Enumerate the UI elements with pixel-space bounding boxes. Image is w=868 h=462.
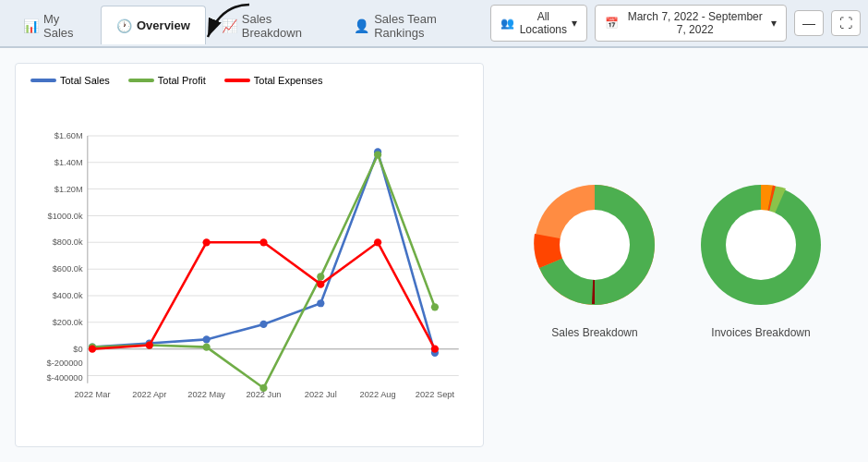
date-range-button[interactable]: 📅 March 7, 2022 - September 7, 2022 ▾ [595,5,787,42]
donuts-row: Sales Breakdown Invoices Breakdown [502,63,853,447]
sales-breakdown-label: Sales Breakdown [551,326,637,339]
toolbar: 👥 All Locations ▾ 📅 March 7, 2022 - Sept… [490,5,861,42]
invoices-breakdown-donut [687,171,835,319]
svg-text:$1.40M: $1.40M [54,158,83,167]
minus-icon: — [802,16,815,30]
svg-text:$1000.0k: $1000.0k [48,212,83,221]
donuts-area: Sales Breakdown Invoices Breakdown [502,63,853,447]
svg-point-45 [89,346,96,353]
svg-text:2022 Apr: 2022 Apr [132,390,166,399]
svg-point-41 [259,384,267,392]
expand-button[interactable]: ⛶ [831,10,861,36]
legend-color-sales [30,79,56,82]
svg-text:$-400000: $-400000 [47,373,83,383]
svg-point-42 [317,273,324,280]
svg-point-50 [374,238,381,246]
location-dropdown-icon: ▾ [572,17,577,30]
tab-bar: 📊 My Sales 🕐 Overview 📈 Sales Breakdown … [0,0,868,48]
svg-text:$1.20M: $1.20M [54,185,83,194]
svg-text:2022 Mar: 2022 Mar [74,390,110,399]
legend-total-expenses: Total Expenses [224,75,323,86]
tab-my-sales[interactable]: 📊 My Sales [7,6,101,44]
svg-text:2022 May: 2022 May [187,390,225,399]
tab-sales-breakdown-label: Sales Breakdown [242,12,322,40]
svg-text:$600.0k: $600.0k [53,264,83,274]
person-icon: 👤 [354,18,369,33]
svg-point-47 [203,238,211,246]
svg-point-34 [259,321,267,328]
svg-text:$1.60M: $1.60M [54,131,83,140]
svg-text:$-200000: $-200000 [47,359,83,368]
svg-point-53 [560,210,630,280]
svg-text:2022 Sept: 2022 Sept [416,390,455,399]
sales-breakdown-donut [521,171,669,319]
svg-point-44 [431,303,439,310]
location-filter-button[interactable]: 👥 All Locations ▾ [490,5,587,42]
bar-chart-icon: 📊 [23,18,39,33]
legend-total-profit: Total Profit [128,75,206,86]
legend-label-expenses: Total Expenses [254,75,323,86]
svg-point-49 [317,281,324,288]
tab-sales-breakdown[interactable]: 📈 Sales Breakdown [206,6,338,44]
date-dropdown-icon: ▾ [771,17,777,30]
sales-breakdown-donut-container: Sales Breakdown [521,171,669,339]
line-chart-area: Total Sales Total Profit Total Expenses [15,63,484,447]
invoices-breakdown-donut-container: Invoices Breakdown [687,171,835,339]
svg-point-43 [374,151,381,158]
svg-point-35 [317,299,324,307]
location-label: All Locations [519,10,567,36]
svg-point-40 [203,344,211,351]
minimize-button[interactable]: — [794,10,824,36]
calendar-icon: 📅 [605,17,619,30]
invoices-breakdown-label: Invoices Breakdown [711,326,810,339]
legend-total-sales: Total Sales [30,75,110,86]
tab-overview[interactable]: 🕐 Overview [101,6,206,44]
chart-legend: Total Sales Total Profit Total Expenses [30,75,468,86]
svg-point-55 [726,210,796,280]
svg-text:2022 Aug: 2022 Aug [360,390,396,399]
svg-point-48 [259,238,267,246]
svg-text:$400.0k: $400.0k [53,291,83,300]
clock-icon: 🕐 [116,18,132,33]
tab-sales-team-rankings[interactable]: 👤 Sales Team Rankings [338,6,490,44]
svg-text:2022 Jul: 2022 Jul [305,390,337,399]
location-icon: 👥 [500,17,514,30]
svg-point-46 [146,341,153,348]
svg-text:$200.0k: $200.0k [53,318,83,327]
tab-overview-label: Overview [137,18,190,32]
svg-point-51 [431,346,439,353]
legend-label-sales: Total Sales [60,75,110,86]
legend-color-expenses [224,79,250,82]
expand-icon: ⛶ [839,16,852,30]
tab-sales-team-rankings-label: Sales Team Rankings [374,12,475,40]
svg-text:$800.0k: $800.0k [53,237,83,247]
legend-color-profit [128,79,154,82]
svg-point-33 [203,335,211,343]
line-chart-icon: 📈 [222,18,237,33]
chart-svg-container: $1.60M $1.40M $1.20M $1000.0k $800.0k $6… [30,93,468,435]
tab-my-sales-label: My Sales [43,12,85,40]
date-range-label: March 7, 2022 - September 7, 2022 [623,10,766,36]
main-content: Total Sales Total Profit Total Expenses [0,48,868,462]
legend-label-profit: Total Profit [158,75,206,86]
svg-text:$0: $0 [73,345,82,354]
